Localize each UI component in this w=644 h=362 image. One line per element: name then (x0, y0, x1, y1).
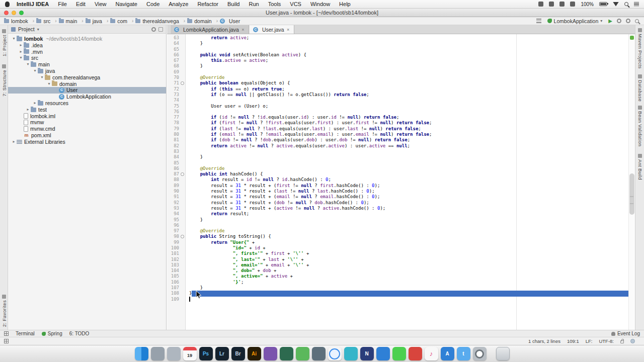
code-line-86[interactable]: 86 @Override (167, 166, 628, 171)
close-tab-icon[interactable] (286, 27, 290, 32)
changes-list-icon[interactable] (536, 19, 541, 23)
code-line-82[interactable]: 82 return active != null ? active.equals… (167, 143, 628, 149)
code-line-75[interactable]: 75 User user = (User) o; (167, 104, 628, 109)
breadcrumb-item-src[interactable]: src (35, 18, 57, 24)
tree-item-external-libraries[interactable]: ▸External Libraries (8, 139, 166, 145)
tree-item-domain[interactable]: ▾domain (8, 81, 166, 87)
dock-icon-photoshop[interactable]: Ps (199, 347, 213, 360)
menu-item-refactor[interactable]: Refactor (193, 1, 223, 7)
breadcrumb-item-domain[interactable]: domain (186, 18, 219, 24)
run-configuration-select[interactable]: LombokApplication (546, 18, 604, 24)
code-line-70[interactable]: 70 @Override (167, 75, 628, 80)
dock-icon-bridge[interactable]: Br (231, 347, 245, 360)
tree-collapse-arrow[interactable]: ▾ (11, 36, 17, 42)
code-line-108[interactable]: 108} (167, 291, 628, 296)
code-line-63[interactable]: 63 return active; (167, 35, 628, 41)
dock-icon-finder[interactable] (135, 347, 148, 360)
tree-expand-arrow[interactable]: ▸ (32, 100, 38, 107)
notification-center-icon[interactable] (634, 2, 639, 7)
code-line-99[interactable]: 99 return "User{" + (167, 240, 628, 245)
close-window-button[interactable] (4, 11, 9, 15)
dock-icon-evernote[interactable] (296, 347, 309, 360)
toolwindow-quick-access-icon[interactable] (4, 339, 9, 343)
menu-item-view[interactable]: View (90, 1, 111, 7)
dock-icon-app-store[interactable]: A (441, 347, 454, 360)
code-line-68[interactable]: 68 } (167, 63, 628, 69)
tree-item-com-therealdanvega[interactable]: ▾com.therealdanvega (8, 74, 166, 81)
dock-icon-illustrator[interactable]: Ai (248, 347, 261, 360)
tree-collapse-arrow[interactable]: ▾ (46, 81, 52, 87)
code-line-90[interactable]: 90 result = 31 * result + (last != null … (167, 189, 628, 194)
code-line-89[interactable]: 89 result = 31 * result + (first != null… (167, 183, 628, 189)
dock-icon-lightroom[interactable]: Lr (215, 347, 229, 360)
tab-lombokapplication-java[interactable]: LombokApplication.java (170, 25, 249, 34)
wifi-icon[interactable] (613, 2, 619, 7)
tree-expand-arrow[interactable]: ▸ (25, 107, 31, 113)
code-line-92[interactable]: 92 result = 31 * result + (dob != null ?… (167, 200, 628, 206)
breadcrumb-item-therealdanvega[interactable]: therealdanvega (134, 18, 186, 24)
minimize-window-button[interactable] (12, 11, 16, 15)
dock-icon-safari[interactable] (328, 347, 342, 360)
code-line-96[interactable]: 96 (167, 223, 628, 228)
tool-button-1-project[interactable]: 1: Project (0, 29, 8, 56)
battery-icon[interactable] (599, 2, 607, 6)
tree-collapse-arrow[interactable]: ▾ (18, 55, 24, 61)
tree-item-mvnw[interactable]: mvnw (8, 119, 166, 126)
dock-icon-launchpad[interactable] (167, 347, 181, 360)
dock-icon-twitter[interactable]: t (457, 347, 470, 360)
override-marker-icon[interactable] (181, 172, 184, 176)
keyboard-icon[interactable] (559, 2, 565, 7)
code-line-72[interactable]: 72 if (this == o) return true; (167, 86, 628, 92)
code-line-81[interactable]: 81 if (dob != null ? !dob.equals(user.do… (167, 137, 628, 143)
code-line-105[interactable]: 105 ", active=" + active + (167, 274, 628, 279)
tree-expand-arrow[interactable]: ▸ (18, 42, 24, 49)
tool-button-database[interactable]: Database (635, 74, 644, 102)
chevron-down-icon[interactable] (37, 27, 39, 32)
display-icon[interactable] (570, 2, 575, 7)
code-line-69[interactable]: 69 (167, 69, 628, 75)
code-line-93[interactable]: 93 result = 31 * result + (active != nul… (167, 206, 628, 211)
code-line-94[interactable]: 94 return result; (167, 211, 628, 217)
breadcrumb-item-java[interactable]: java (85, 18, 110, 24)
tree-item-lombok[interactable]: ▾lombok~/dev/boot/sb14/lombok (8, 36, 166, 42)
code-line-77[interactable]: 77 if (id != null ? !id.equals(user.id) … (167, 115, 628, 120)
tree-collapse-arrow[interactable]: ▾ (32, 68, 38, 74)
code-line-78[interactable]: 78 if (first != null ? !first.equals(use… (167, 120, 628, 126)
tree-item-resources[interactable]: ▸resources (8, 100, 166, 107)
tool-button-terminal[interactable]: Terminal (16, 331, 35, 336)
tree-item-pom-xml[interactable]: pom.xml (8, 132, 166, 139)
menu-item-code[interactable]: Code (142, 1, 164, 7)
code-line-109[interactable]: 109 (167, 297, 628, 302)
breadcrumb-item-com[interactable]: com (109, 18, 134, 24)
code-line-73[interactable]: 73 if (o == null || getClass() != o.getC… (167, 92, 628, 98)
code-line-74[interactable]: 74 (167, 98, 628, 103)
toolwindow-toggle-icon[interactable] (4, 331, 9, 336)
dock-icon-app-purple[interactable] (264, 347, 277, 360)
profiler-icon[interactable] (626, 19, 630, 23)
tool-button-6-todo[interactable]: 6: TODO (69, 331, 90, 336)
tree-item-src[interactable]: ▾src (8, 55, 166, 61)
code-editor[interactable]: 63 return active;64 }6566 public void se… (167, 34, 635, 330)
code-line-83[interactable]: 83 (167, 149, 628, 154)
spotlight-icon[interactable] (624, 2, 628, 6)
dock-icon-settings-gray[interactable] (151, 347, 165, 360)
tree-expand-arrow[interactable]: ▸ (18, 49, 24, 55)
code-line-104[interactable]: 104 ", dob=" + dob + (167, 268, 628, 274)
code-line-103[interactable]: 103 ", email='" + email + '\'' + (167, 262, 628, 268)
zoom-window-button[interactable] (19, 11, 24, 15)
menu-item-help[interactable]: Help (335, 1, 355, 7)
dock-icon-app-forest[interactable] (280, 347, 293, 360)
code-line-98[interactable]: 98 public String toString() { (167, 234, 628, 239)
dock-icon-app-navy[interactable]: N (360, 347, 374, 360)
tab-user-java[interactable]: User.java (249, 25, 294, 34)
menu-item-analyze[interactable]: Analyze (164, 1, 193, 7)
code-line-65[interactable]: 65 (167, 47, 628, 52)
scrollbar-thumb[interactable] (629, 173, 634, 215)
code-line-95[interactable]: 95 } (167, 217, 628, 223)
hector-inspections-icon[interactable] (630, 339, 635, 343)
close-tab-icon[interactable] (241, 27, 245, 32)
bluetooth-icon[interactable] (549, 2, 554, 7)
code-line-80[interactable]: 80 if (email != null ? !email.equals(use… (167, 132, 628, 137)
dock-icon-system-preferences[interactable] (473, 347, 487, 360)
tree-item-idea[interactable]: ▸.idea (8, 42, 166, 49)
